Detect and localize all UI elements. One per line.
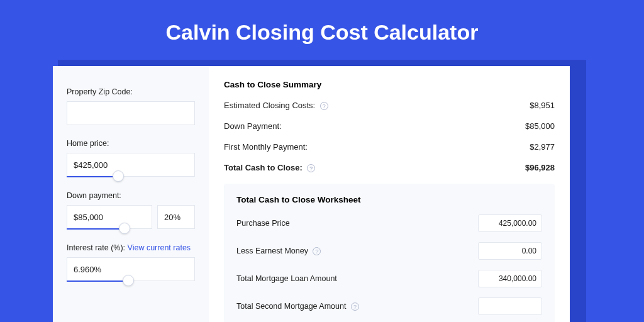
down-payment-summary-label: Down Payment: (224, 121, 282, 131)
second-mortgage-label: Total Second Mortgage Amount (236, 302, 346, 311)
panel-shadow: Property Zip Code: Home price: Down paym… (58, 60, 586, 322)
home-price-input[interactable] (67, 153, 195, 177)
calculator-panel: Property Zip Code: Home price: Down paym… (53, 66, 570, 322)
row-first-monthly: First Monthly Payment: $2,977 (224, 142, 555, 152)
down-payment-summary-value: $85,000 (525, 121, 555, 131)
home-price-slider[interactable] (67, 176, 118, 177)
worksheet-title: Total Cash to Close Worksheet (236, 195, 542, 204)
field-down-payment: Down payment: (67, 191, 195, 230)
field-home-price: Home price: (67, 139, 195, 177)
total-mortgage-label: Total Mortgage Loan Amount (236, 274, 337, 283)
view-current-rates-link[interactable]: View current rates (128, 243, 191, 252)
down-payment-label: Down payment: (67, 191, 195, 200)
earnest-money-label: Less Earnest Money (236, 247, 308, 255)
help-icon[interactable]: ? (313, 247, 321, 255)
zip-input[interactable] (67, 101, 195, 125)
earnest-money-input[interactable] (478, 242, 542, 260)
down-payment-slider[interactable] (67, 228, 125, 230)
row-earnest-money: Less Earnest Money ? (236, 242, 542, 260)
field-interest-rate: Interest rate (%): View current rates (67, 243, 195, 282)
total-mortgage-input[interactable] (478, 270, 542, 287)
purchase-price-label: Purchase Price (236, 219, 290, 228)
closing-costs-value: $8,951 (530, 101, 555, 110)
zip-label: Property Zip Code: (67, 87, 195, 96)
summary-title: Cash to Close Summary (224, 80, 555, 89)
row-down-payment: Down Payment: $85,000 (224, 121, 555, 131)
interest-rate-label-text: Interest rate (%): (67, 243, 125, 252)
inputs-column: Property Zip Code: Home price: Down paym… (53, 66, 209, 322)
down-payment-pct-input[interactable] (157, 205, 195, 229)
home-price-label: Home price: (67, 139, 195, 148)
slider-thumb-icon[interactable] (123, 275, 134, 286)
row-purchase-price: Purchase Price (236, 214, 542, 232)
total-cash-value: $96,928 (525, 163, 555, 172)
row-total-cash: Total Cash to Close: ? $96,928 (224, 163, 555, 172)
row-second-mortgage: Total Second Mortgage Amount ? (236, 297, 542, 315)
interest-rate-label: Interest rate (%): View current rates (67, 243, 195, 252)
closing-costs-label: Estimated Closing Costs: (224, 101, 315, 110)
total-cash-label: Total Cash to Close: (224, 163, 303, 172)
worksheet-panel: Total Cash to Close Worksheet Purchase P… (224, 184, 555, 322)
monthly-label: First Monthly Payment: (224, 142, 308, 152)
down-payment-input[interactable] (67, 205, 152, 229)
page-title: Calvin Closing Cost Calculator (0, 0, 644, 60)
slider-thumb-icon[interactable] (113, 170, 124, 182)
help-icon[interactable]: ? (351, 303, 359, 311)
help-icon[interactable]: ? (307, 164, 315, 172)
second-mortgage-input[interactable] (478, 297, 542, 315)
help-icon[interactable]: ? (320, 102, 328, 110)
interest-rate-slider[interactable] (67, 280, 128, 282)
slider-thumb-icon[interactable] (119, 223, 130, 234)
row-total-mortgage: Total Mortgage Loan Amount (236, 270, 542, 287)
row-estimated-closing-costs: Estimated Closing Costs: ? $8,951 (224, 101, 555, 110)
results-column: Cash to Close Summary Estimated Closing … (209, 66, 570, 322)
field-zip: Property Zip Code: (67, 87, 195, 125)
purchase-price-input[interactable] (478, 214, 542, 232)
monthly-value: $2,977 (530, 142, 555, 152)
